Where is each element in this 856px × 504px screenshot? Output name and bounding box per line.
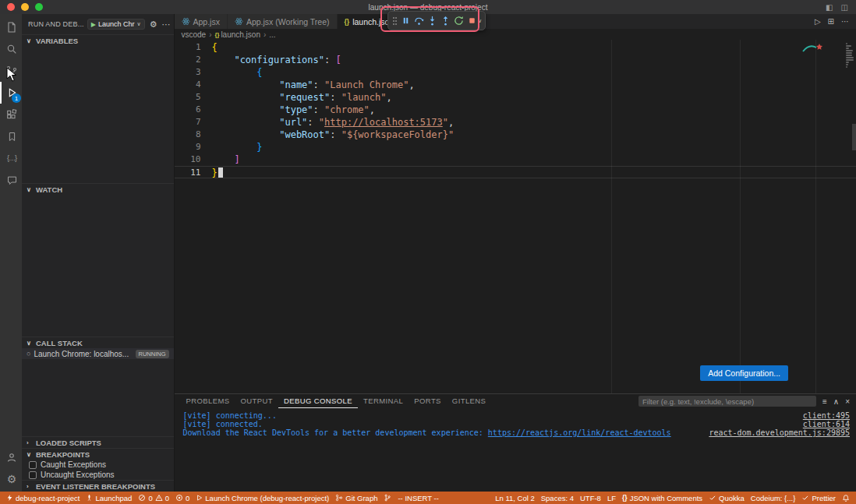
split-editor-icon[interactable]: ⊞	[828, 17, 834, 26]
status-quokka[interactable]: Quokka	[706, 492, 748, 504]
code-line[interactable]: 10 ]	[175, 153, 856, 166]
code-line[interactable]: 7 "url": "http://localhost:5173",	[175, 116, 856, 129]
line-number[interactable]: 8	[175, 129, 201, 141]
status-codeium[interactable]: Codeium: {...}	[748, 492, 799, 504]
checkbox-unchecked[interactable]	[29, 461, 37, 469]
code-line[interactable]: 11}	[175, 166, 856, 178]
line-number[interactable]: 9	[175, 141, 201, 153]
stop-dropdown-chevron-icon[interactable]: ∨	[478, 18, 482, 24]
section-breakpoints[interactable]: ∨ BREAKPOINTS	[22, 448, 174, 460]
status-launchpad[interactable]: Launchpad	[83, 492, 135, 504]
line-number[interactable]: 10	[175, 153, 201, 166]
editor-more-actions-icon[interactable]: ⋯	[841, 17, 849, 26]
line-number[interactable]: 2	[175, 54, 201, 66]
console-source-link[interactable]: client:614	[803, 420, 850, 428]
extensions-icon[interactable]	[0, 104, 22, 125]
stop-button[interactable]	[466, 13, 478, 29]
line-number[interactable]: 11	[175, 167, 201, 178]
status-indentation[interactable]: Spaces: 4	[538, 492, 577, 504]
line-number[interactable]: 5	[175, 91, 201, 104]
customize-layout-icon[interactable]: ◫	[841, 3, 848, 12]
account-icon[interactable]	[0, 446, 22, 468]
step-over-button[interactable]	[413, 13, 425, 29]
console-source-link[interactable]: react-dom.development.js:29895	[709, 428, 850, 437]
editor-scrollbar[interactable]	[852, 124, 856, 150]
settings-gear-icon[interactable]: ⚙	[0, 468, 22, 490]
code-line[interactable]: 4 "name": "Launch Chrome",	[175, 79, 856, 91]
step-into-button[interactable]	[426, 13, 438, 29]
section-watch[interactable]: ∨ WATCH	[22, 183, 174, 195]
views-more-actions-icon[interactable]: ⋯	[162, 19, 171, 30]
code-line[interactable]: 6 "type": "chrome",	[175, 104, 856, 116]
close-window-button[interactable]	[7, 3, 15, 11]
toggle-panel-icon[interactable]: ◧	[826, 3, 833, 12]
status-prettier[interactable]: Prettier	[798, 492, 839, 504]
zoom-window-button[interactable]	[35, 3, 43, 11]
source-control-icon[interactable]	[0, 60, 22, 82]
line-number[interactable]: 3	[175, 66, 201, 79]
explorer-icon[interactable]	[0, 16, 22, 38]
status-language-mode[interactable]: {} JSON with Comments	[619, 492, 706, 504]
close-panel-icon[interactable]: ×	[845, 397, 850, 406]
add-configuration-button[interactable]: Add Configuration...	[700, 365, 788, 381]
status-debug-session[interactable]: Launch Chrome (debug-react-project)	[193, 492, 332, 504]
minimize-window-button[interactable]	[21, 3, 29, 11]
status-extra-counter[interactable]: 0	[172, 492, 193, 504]
status-git-graph[interactable]: Git Graph	[332, 492, 380, 504]
restart-button[interactable]	[453, 13, 465, 29]
status-notifications[interactable]	[839, 492, 853, 504]
section-loaded-scripts[interactable]: › LOADED SCRIPTS	[22, 436, 174, 448]
tab-app-jsx-working-tree[interactable]: App.jsx (Working Tree)	[228, 14, 338, 29]
snippets-icon[interactable]: {…}	[0, 147, 22, 169]
run-and-debug-icon[interactable]: 1	[0, 82, 22, 104]
line-number[interactable]: 6	[175, 104, 201, 116]
status-git-branch[interactable]	[380, 492, 394, 504]
panel-tab-output[interactable]: OUTPUT	[235, 394, 278, 408]
run-file-icon[interactable]: ▷	[815, 17, 821, 26]
output-view-icon[interactable]: ≡	[822, 397, 827, 406]
pause-button[interactable]	[400, 13, 412, 29]
start-debug-icon[interactable]: ▶	[91, 21, 96, 28]
checkbox-unchecked[interactable]	[29, 471, 37, 479]
panel-tab-ports[interactable]: PORTS	[409, 394, 447, 408]
code-line[interactable]: 8 "webRoot": "${workspaceFolder}"	[175, 129, 856, 141]
console-filter-input[interactable]	[638, 396, 816, 407]
status-project[interactable]: debug-react-project	[3, 492, 83, 504]
status-vim-mode[interactable]: -- INSERT --	[394, 492, 441, 504]
breadcrumb-item[interactable]: vscode	[182, 30, 207, 39]
breadcrumb-item[interactable]: {}launch.json	[215, 30, 260, 39]
toolbar-grip-icon[interactable]	[391, 13, 398, 29]
breadcrumb-item[interactable]: ...	[269, 30, 275, 39]
status-cursor-position[interactable]: Ln 11, Col 2	[492, 492, 538, 504]
maximize-panel-icon[interactable]: ∧	[833, 397, 839, 406]
breakpoint-uncaught-exceptions[interactable]: Uncaught Exceptions	[22, 470, 174, 480]
line-number[interactable]: 4	[175, 79, 201, 91]
chat-icon[interactable]	[0, 169, 22, 191]
minimap[interactable]	[846, 43, 854, 68]
code-line[interactable]: 9 }	[175, 141, 856, 153]
launch-config-select[interactable]: ▶ Launch Chr ∨	[87, 19, 145, 30]
search-icon[interactable]	[0, 38, 22, 60]
panel-tab-problems[interactable]: PROBLEMS	[181, 394, 235, 408]
bookmarks-icon[interactable]	[0, 125, 22, 147]
tab-app-jsx[interactable]: App.jsx	[175, 14, 228, 29]
call-stack-session-row[interactable]: ○ Launch Chrome: localhos... RUNNING	[22, 348, 174, 359]
panel-tab-debug-console[interactable]: DEBUG CONSOLE	[278, 394, 358, 408]
panel-tab-gitlens[interactable]: GITLENS	[447, 394, 491, 408]
open-launch-json-gear-icon[interactable]: ⚙	[150, 19, 157, 30]
code-line[interactable]: 1{	[175, 41, 856, 54]
section-variables[interactable]: ∨ VARIABLES	[22, 34, 174, 46]
section-call-stack[interactable]: ∨ CALL STACK	[22, 337, 174, 348]
line-number[interactable]: 7	[175, 116, 201, 129]
code-line[interactable]: 5 "request": "launch",	[175, 91, 856, 104]
debug-toolbar[interactable]: ∨	[387, 11, 486, 30]
line-number[interactable]: 1	[175, 41, 201, 54]
status-encoding[interactable]: UTF-8	[577, 492, 604, 504]
step-out-button[interactable]	[440, 13, 451, 29]
console-source-link[interactable]: client:495	[803, 411, 850, 420]
status-eol[interactable]: LF	[604, 492, 619, 504]
section-event-listener-breakpoints[interactable]: › EVENT LISTENER BREAKPOINTS	[22, 480, 174, 492]
panel-tab-terminal[interactable]: TERMINAL	[358, 394, 409, 408]
breakpoint-caught-exceptions[interactable]: Caught Exceptions	[22, 460, 174, 470]
status-problems[interactable]: 0 0	[135, 492, 172, 504]
